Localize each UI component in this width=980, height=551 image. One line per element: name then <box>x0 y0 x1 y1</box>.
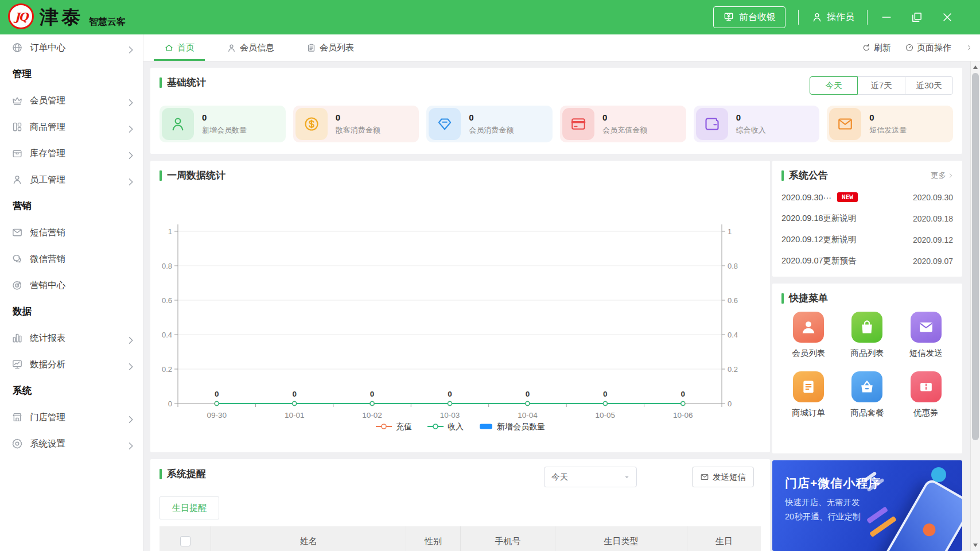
page-ops-button[interactable]: 页面操作 <box>905 42 951 53</box>
sidebar-item-marketing-center[interactable]: 营销中心 <box>0 272 143 298</box>
diamond-icon <box>429 108 461 140</box>
chevron-right-icon <box>125 414 133 421</box>
sidebar-item-store-management[interactable]: 门店管理 <box>0 404 143 430</box>
promo-banner-line2: 20秒开通、行业定制 <box>785 511 950 522</box>
tile-basket-icon <box>851 371 882 402</box>
tab-actions: 刷新 页面操作 <box>862 34 980 61</box>
svg-text:0.4: 0.4 <box>728 331 738 339</box>
close-button[interactable] <box>941 11 954 24</box>
sidebar-section-system: 系统 <box>0 378 143 404</box>
announcement-row[interactable]: 2020.09.07更新预告2020.09.07 <box>781 250 953 271</box>
legend-item-收入[interactable]: 收入 <box>427 422 464 432</box>
qm-member-list[interactable]: 会员列表 <box>792 312 825 359</box>
promo-banner-title: 门店+微信小程序 <box>785 475 950 491</box>
tile-ticket-icon <box>911 371 942 402</box>
card-text: 0散客消费金额 <box>336 112 380 135</box>
sidebar-item-member-management[interactable]: 会员管理 <box>0 87 143 114</box>
brand-logo-text: JQ <box>15 10 28 23</box>
sidebar-item-product-management[interactable]: 商品管理 <box>0 114 143 140</box>
expand-chevron-icon[interactable] <box>965 44 973 52</box>
stat-value: 0 <box>336 112 380 122</box>
filter-今天[interactable]: 今天 <box>810 76 858 95</box>
card-total-income: 0综合收入 <box>694 106 820 142</box>
title-accent-bar <box>160 170 162 181</box>
tab-member-list[interactable]: 会员列表 <box>305 34 355 61</box>
svg-text:10-02: 10-02 <box>362 411 382 420</box>
brand-logo: JQ <box>8 3 34 29</box>
sidebar-item-order-center[interactable]: 订单中心 <box>0 34 143 61</box>
legend-item-充值[interactable]: 充值 <box>375 422 412 432</box>
filter-近30天[interactable]: 近30天 <box>905 76 953 95</box>
qm-coupon[interactable]: 优惠券 <box>911 371 942 418</box>
minimize-button[interactable] <box>880 11 893 24</box>
svg-text:0: 0 <box>681 390 686 398</box>
announcement-title-text: 2020.09.18更新说明 <box>781 213 857 224</box>
tab-home[interactable]: 首页 <box>163 34 196 61</box>
birthday-reminder-tab[interactable]: 生日提醒 <box>160 496 219 519</box>
select-all-checkbox[interactable] <box>180 536 190 546</box>
sidebar-item-statistics-report[interactable]: 统计报表 <box>0 325 143 351</box>
stat-label: 会员消费金额 <box>469 125 514 135</box>
main-content: 基础统计 今天近7天近30天 0新增会员数量0散客消费金额0会员消费金额0会员充… <box>143 61 970 551</box>
qm-sms-send[interactable]: 短信发送 <box>909 312 943 359</box>
announcement-row[interactable]: 2020.09.18更新说明2020.09.18 <box>781 208 953 229</box>
tab-bar: 首页会员信息会员列表 刷新 页面操作 <box>143 34 980 61</box>
sidebar-item-inventory-management[interactable]: 库存管理 <box>0 140 143 166</box>
announcement-title: 2020.09.07更新预告 <box>781 255 857 266</box>
refresh-label: 刷新 <box>874 42 891 53</box>
qm-mall-orders[interactable]: 商城订单 <box>792 371 825 418</box>
stat-value: 0 <box>736 112 766 122</box>
filter-近7天[interactable]: 近7天 <box>857 76 905 95</box>
sidebar-item-wechat-marketing[interactable]: 微信营销 <box>0 246 143 272</box>
scroll-up-arrow[interactable] <box>971 63 980 72</box>
svg-text:0.8: 0.8 <box>162 262 172 270</box>
qm-product-combo[interactable]: 商品套餐 <box>850 371 884 418</box>
restore-button[interactable] <box>911 11 923 24</box>
card-member-recharge: 0会员充值金额 <box>560 106 686 142</box>
quick-menu-label: 商城订单 <box>792 408 825 418</box>
card-text: 0会员消费金额 <box>469 112 514 135</box>
announcements-more-link[interactable]: 更多 <box>931 170 954 181</box>
title-accent-bar <box>781 293 784 304</box>
stat-label: 综合收入 <box>736 125 766 135</box>
svg-text:0: 0 <box>370 390 375 398</box>
title-accent-bar <box>160 77 162 88</box>
day-filter-value: 今天 <box>551 472 568 483</box>
header-divider <box>867 10 868 25</box>
tab-label: 首页 <box>177 42 195 53</box>
sidebar-item-system-settings[interactable]: 系统设置 <box>0 430 143 457</box>
header-divider <box>798 10 799 25</box>
sidebar-item-sms-marketing[interactable]: 短信营销 <box>0 219 143 246</box>
scrollbar-thumb[interactable] <box>972 73 979 440</box>
legend-item-新增会员数量[interactable]: 新增会员数量 <box>479 422 545 432</box>
chevron-right-icon <box>125 440 133 448</box>
announcement-row[interactable]: 2020.09.30···NEW2020.09.30 <box>781 187 953 208</box>
coin-icon <box>295 108 328 140</box>
qm-product-list[interactable]: 商品列表 <box>850 312 884 359</box>
stat-value: 0 <box>602 112 647 122</box>
operator-label: 操作员 <box>827 11 854 24</box>
refresh-button[interactable]: 刷新 <box>862 42 891 53</box>
legend-label: 新增会员数量 <box>497 422 545 432</box>
scrollbar[interactable] <box>970 61 980 551</box>
svg-text:0.2: 0.2 <box>728 365 738 374</box>
quick-menu-label: 会员列表 <box>792 348 825 359</box>
sidebar-item-staff-management[interactable]: 员工管理 <box>0 166 143 193</box>
cashier-button[interactable]: 前台收银 <box>713 6 785 28</box>
operator-icon <box>811 11 823 23</box>
legend-label: 收入 <box>448 422 464 432</box>
stat-cards: 0新增会员数量0散客消费金额0会员消费金额0会员充值金额0综合收入0短信发送量 <box>160 106 953 142</box>
send-sms-button[interactable]: 发送短信 <box>692 467 754 487</box>
svg-text:10-05: 10-05 <box>596 411 616 420</box>
day-filter-select[interactable]: 今天 <box>544 467 637 487</box>
legend-marker <box>427 422 444 432</box>
sidebar-item-data-analysis[interactable]: 数据分析 <box>0 351 143 378</box>
scroll-down-arrow[interactable] <box>971 541 980 550</box>
announcement-row[interactable]: 2020.09.12更新说明2020.09.12 <box>781 229 953 250</box>
tab-label: 会员列表 <box>320 42 354 53</box>
operator-menu[interactable]: 操作员 <box>811 11 854 24</box>
chevron-right-icon <box>125 150 133 157</box>
promo-banner[interactable]: 门店+微信小程序 快速开店、无需开发 20秒开通、行业定制 <box>772 460 962 551</box>
announcement-title: 2020.09.12更新说明 <box>781 234 857 245</box>
tab-member-info[interactable]: 会员信息 <box>225 34 275 61</box>
